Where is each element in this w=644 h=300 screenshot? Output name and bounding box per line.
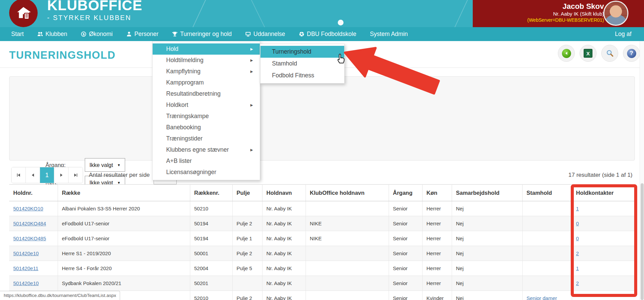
column-header-rgang: Årgang	[389, 185, 422, 201]
last-page-button[interactable]	[69, 167, 83, 183]
table-row: 501420e11Herre S4 - Forår 202052004Pulje…	[9, 261, 635, 276]
nav-item-label: Uddannelse	[253, 31, 285, 38]
column-header-samarbejdshold: Samarbejdshold	[452, 185, 522, 201]
switch-club-link[interactable]: (Skift klub)	[580, 11, 604, 17]
teams-table: Holdnr.RækkeRækkenr.PuljeHoldnavnKlubOff…	[9, 184, 635, 300]
back-button[interactable]	[558, 45, 575, 62]
excel-button[interactable]: X	[580, 45, 597, 62]
nav-item-dbu-fodboldskole[interactable]: DBU Fodboldskole	[299, 31, 356, 38]
ball-icon	[299, 31, 305, 37]
column-header-kluboffice-holdnavn: KlubOffice holdnavn	[306, 185, 389, 201]
logout-link[interactable]: Log af	[615, 27, 631, 41]
menu-item-klubbens-egne-st-vner[interactable]: Klubbens egne stævner▶	[153, 144, 260, 155]
contacts-count-link[interactable]: 1	[576, 265, 579, 271]
menu-item-hold[interactable]: Hold▶	[153, 43, 260, 55]
menu-item-holdtilmelding[interactable]: Holdtilmelding▶	[153, 55, 260, 66]
cell-holdkontakter: 1	[572, 201, 635, 216]
nav-item-system-admin[interactable]: System Admin	[370, 31, 408, 38]
cell-holdnr: 501420KO485	[9, 231, 58, 246]
team-number-link[interactable]: 501420e11	[13, 265, 38, 271]
nav-item-turneringer-og-hold[interactable]: Turneringer og hold	[172, 31, 232, 38]
back-icon	[562, 49, 571, 58]
cell-r-kke: eFodbold U17-senior	[58, 216, 190, 231]
column-header-holdkontakter: Holdkontakter	[572, 185, 635, 201]
first-page-icon	[16, 172, 21, 178]
first-page-button[interactable]	[12, 167, 26, 183]
menu-item-label: Resultatindberetning	[166, 90, 221, 97]
cell-kluboffice-holdnavn	[306, 291, 389, 300]
cell-rgang: Senior	[389, 291, 422, 300]
contacts-count-link[interactable]: 0	[576, 236, 579, 241]
cell-stamhold	[522, 231, 572, 246]
submenu-item-stamhold[interactable]: Stamhold	[260, 58, 344, 70]
cell-r-kke: Sydbank Pokalen 2020/21	[58, 276, 190, 291]
submenu-item-fodbold-fitness[interactable]: Fodbold Fitness	[260, 70, 344, 81]
app-header: KLUBOFFICE - STYRKER KLUBBEN Jacob Skov …	[0, 0, 644, 27]
cell-rgang: Senior	[389, 276, 422, 291]
kluboffice-logo[interactable]	[9, 0, 38, 27]
cell-holdnavn: Nr. Aaby IK	[262, 261, 306, 276]
submenu-arrow-icon: ▶	[250, 103, 253, 107]
cell-holdkontakter: 0	[572, 231, 635, 246]
cell-rgang: Senior	[389, 231, 422, 246]
nav-item-label: DBU Fodboldskole	[307, 31, 356, 38]
next-page-button[interactable]	[54, 167, 69, 183]
user-avatar[interactable]	[603, 1, 628, 26]
aargang-select[interactable]: Ikke valgt ▼	[85, 158, 125, 172]
contacts-count-link[interactable]: 1	[576, 206, 579, 211]
nav-item-label: Turneringer og hold	[180, 31, 232, 38]
nav-item-konomi[interactable]: $Økonomi	[81, 31, 113, 38]
menu-item-kampprogram[interactable]: Kampprogram	[153, 77, 260, 88]
menu-item-resultatindberetning[interactable]: Resultatindberetning	[153, 88, 260, 99]
menu-item-kampflytning[interactable]: Kampflytning▶	[153, 66, 260, 77]
user-club-name: Nr. Aaby IK	[553, 11, 579, 17]
contacts-count-link[interactable]: 0	[576, 221, 579, 226]
current-page-button[interactable]: 1	[40, 167, 54, 183]
stamhold-link[interactable]: Senior damer	[527, 295, 557, 300]
help-icon: ?	[627, 49, 636, 58]
cell-k-n: Herrer	[422, 216, 452, 231]
team-number-link[interactable]: 501420KO484	[13, 221, 46, 226]
menu-item-holdkort[interactable]: Holdkort▶	[153, 99, 260, 111]
webserver-info: (WebServer=DBU-WEBSERVER01)	[473, 17, 604, 23]
menu-item-banebooking[interactable]: Banebooking	[153, 122, 260, 133]
scrollbar-thumb[interactable]	[641, 183, 644, 300]
filter-panel: Årgang: Ikke valgt ▼ Køn: Ikke valgt ▼ V…	[9, 76, 635, 161]
submenu-item-turneringshold[interactable]: Turneringshold	[260, 46, 344, 58]
cell-holdkontakter	[572, 291, 635, 300]
cell-holdnavn: Nr. Aaby IK	[262, 246, 306, 261]
cell-samarbejdshold: Nej	[452, 201, 522, 216]
nav-item-start[interactable]: Start	[11, 31, 24, 38]
team-number-link[interactable]: 501420e10	[13, 280, 39, 286]
table-row: 501420KO485eFodbold U17-senior50194Pulje…	[9, 231, 635, 246]
menu-item-a-b-lister[interactable]: A+B lister	[153, 155, 260, 167]
menu-item-licensans-gninger[interactable]: Licensansøgninger	[153, 167, 260, 178]
cell-rgang: Senior	[389, 201, 422, 216]
submenu-arrow-icon: ▶	[250, 70, 253, 73]
team-number-link[interactable]: 501420e10	[13, 250, 39, 256]
nav-item-uddannelse[interactable]: Uddannelse	[245, 31, 285, 38]
nav-item-personer[interactable]: Personer	[126, 31, 158, 38]
scrollbar[interactable]	[640, 41, 644, 300]
cell-k-n: Herrer	[422, 201, 452, 216]
pagination: 1	[11, 167, 83, 183]
menu-item-label: Klubbens egne stævner	[166, 146, 229, 153]
menu-item-label: Hold	[166, 45, 178, 53]
team-number-link[interactable]: 501420KO485	[13, 236, 46, 241]
nav-item-label: Start	[11, 31, 24, 38]
cell-kluboffice-holdnavn	[306, 276, 389, 291]
menu-item-tr-ningstider[interactable]: Træningstider	[153, 133, 260, 144]
help-button[interactable]: ?	[623, 45, 640, 62]
menu-item-tr-ningskampe[interactable]: Træningskampe	[153, 111, 260, 122]
column-header-r-kkenr: Rækkenr.	[190, 185, 232, 201]
contacts-count-link[interactable]: 2	[576, 250, 579, 256]
nav-item-klubben[interactable]: Klubben	[37, 31, 67, 38]
page-title: TURNERINGSHOLD	[9, 49, 116, 61]
contacts-count-link[interactable]: 2	[576, 280, 579, 286]
team-number-link[interactable]: 501420KO10	[13, 206, 43, 211]
svg-text:$: $	[82, 32, 85, 36]
excel-icon: X	[584, 49, 592, 58]
search-button[interactable]	[601, 45, 618, 62]
cell-r-kkenr: 50210	[190, 201, 232, 216]
prev-page-button[interactable]	[26, 167, 40, 183]
